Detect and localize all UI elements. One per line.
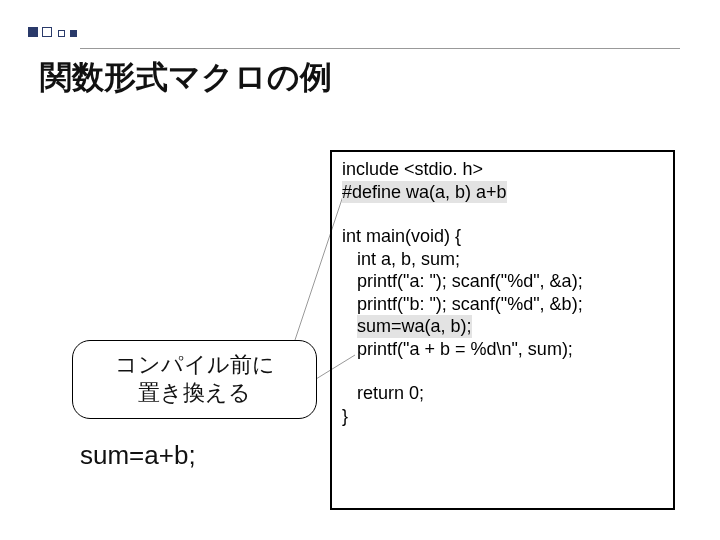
code-line-call: sum=wa(a, b);: [342, 315, 663, 338]
code-line-define: #define wa(a, b) a+b: [342, 181, 663, 204]
callout-line: コンパイル前に: [87, 351, 302, 379]
code-line: printf("a: "); scanf("%d", &a);: [342, 270, 663, 293]
deco-square-icon: [28, 27, 38, 37]
code-line: printf("a + b = %d\n", sum);: [342, 338, 663, 361]
code-line: include <stdio. h>: [342, 158, 663, 181]
code-line: printf("b: "); scanf("%d", &b);: [342, 293, 663, 316]
code-line: return 0;: [342, 382, 663, 405]
callout-line: 置き換える: [87, 379, 302, 407]
code-line: }: [342, 405, 663, 428]
code-line: int main(void) {: [342, 225, 663, 248]
deco-square-icon: [42, 27, 52, 37]
code-box: include <stdio. h> #define wa(a, b) a+b …: [330, 150, 675, 510]
deco-square-icon: [58, 30, 65, 37]
code-blank: [342, 203, 663, 225]
title-rule: [80, 48, 680, 49]
code-blank: [342, 360, 663, 382]
deco-square-icon: [70, 30, 77, 37]
code-line: int a, b, sum;: [342, 248, 663, 271]
slide-title: 関数形式マクロの例: [40, 56, 332, 100]
slide: 関数形式マクロの例 include <stdio. h> #define wa(…: [0, 0, 720, 540]
highlight-call: sum=wa(a, b);: [357, 315, 472, 338]
replacement-text: sum=a+b;: [80, 440, 196, 471]
highlight-define: #define wa(a, b) a+b: [342, 181, 507, 204]
code-indent: [342, 316, 357, 336]
callout-bubble: コンパイル前に 置き換える: [72, 340, 317, 419]
